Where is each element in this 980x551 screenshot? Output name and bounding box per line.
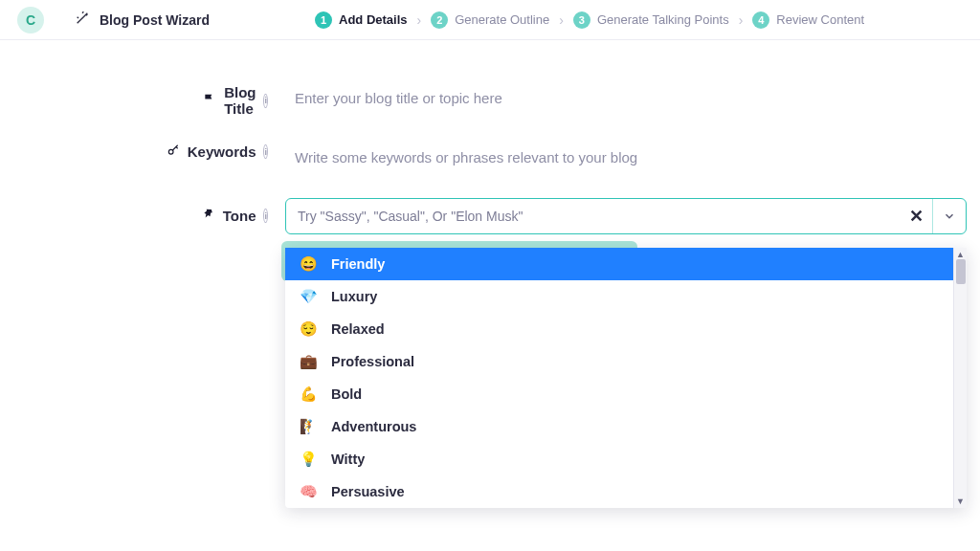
header-bar: C Blog Post Wizard 1 Add Details › 2 Gen… [0,0,980,40]
chevron-right-icon: › [559,12,564,28]
blog-title-input[interactable]: Enter your blog title or topic here [285,84,967,112]
info-icon[interactable]: i [263,94,268,108]
pin-icon [202,208,215,224]
chevron-down-icon[interactable] [933,199,966,233]
chevron-right-icon: › [417,12,422,28]
option-label: Witty [331,452,365,467]
step-label: Review Content [776,12,864,27]
emoji-icon: 💼 [299,353,318,370]
step-label: Generate Talking Points [597,12,729,27]
step-number: 4 [752,11,769,29]
clear-button[interactable]: ✕ [900,199,932,233]
step-number: 1 [315,11,332,29]
emoji-icon: 💎 [299,288,318,305]
tone-input[interactable] [286,209,900,224]
info-icon[interactable]: i [263,144,268,159]
emoji-icon: 😌 [299,320,318,338]
emoji-icon: 🧠 [299,483,318,500]
tone-options-list: 😄Friendly 💎Luxury 😌Relaxed 💼Professional… [285,248,953,508]
step-review-content[interactable]: 4 Review Content [752,11,864,29]
step-talking-points[interactable]: 3 Generate Talking Points [573,11,729,29]
tone-option-witty[interactable]: 💡Witty [285,443,953,475]
row-tone: Tone i ✕ 😄Friendly 💎Luxury 😌Relax [0,198,980,508]
tone-option-professional[interactable]: 💼Professional [285,345,953,378]
svg-point-0 [168,149,173,154]
step-generate-outline[interactable]: 2 Generate Outline [431,11,549,29]
row-blog-title: Blog Title i Enter your blog title or to… [0,84,980,117]
field-label: Blog Title [224,84,256,117]
step-number: 2 [431,11,448,29]
keywords-input[interactable]: Write some keywords or phrases relevant … [285,143,967,171]
scrollbar[interactable]: ▲ ▼ [953,248,967,508]
field-label: Keywords [188,143,256,160]
wand-icon [75,11,90,29]
flag-icon [203,93,216,109]
option-label: Persuasive [331,484,405,499]
scroll-down-icon[interactable]: ▼ [956,495,965,508]
divider [932,199,933,233]
emoji-icon: 😄 [299,255,318,273]
info-icon[interactable]: i [263,209,268,223]
tone-option-bold[interactable]: 💪Bold [285,378,953,410]
tone-dropdown-panel: 😄Friendly 💎Luxury 😌Relaxed 💼Professional… [285,248,967,508]
step-label: Generate Outline [455,12,549,27]
option-label: Relaxed [331,321,385,337]
option-label: Adventurous [331,419,416,434]
step-add-details[interactable]: 1 Add Details [315,11,408,29]
emoji-icon: 🧗 [299,418,318,435]
emoji-icon: 💡 [299,451,318,468]
app-logo[interactable]: C [17,7,44,33]
wizard-steps: 1 Add Details › 2 Generate Outline › 3 G… [315,11,864,29]
field-label: Tone [223,208,256,224]
option-label: Professional [331,354,414,369]
tone-option-friendly[interactable]: 😄Friendly [285,248,953,280]
tone-option-persuasive[interactable]: 🧠Persuasive [285,475,953,508]
step-label: Add Details [339,12,408,27]
key-icon [167,143,180,160]
tone-option-relaxed[interactable]: 😌Relaxed [285,313,953,345]
tone-combobox[interactable]: ✕ [285,198,967,234]
tone-select: ✕ 😄Friendly 💎Luxury 😌Relaxed 💼Profession… [285,198,967,508]
emoji-icon: 💪 [299,386,318,403]
scroll-thumb[interactable] [956,259,966,284]
row-keywords: Keywords i Write some keywords or phrase… [0,143,980,171]
form-body: Blog Title i Enter your blog title or to… [0,40,980,508]
option-label: Bold [331,386,362,402]
step-number: 3 [573,11,590,29]
tone-option-luxury[interactable]: 💎Luxury [285,280,953,313]
option-label: Luxury [331,289,377,304]
chevron-right-icon: › [739,12,744,28]
wizard-title: Blog Post Wizard [100,12,210,28]
tone-option-adventurous[interactable]: 🧗Adventurous [285,410,953,443]
option-label: Friendly [331,256,385,272]
